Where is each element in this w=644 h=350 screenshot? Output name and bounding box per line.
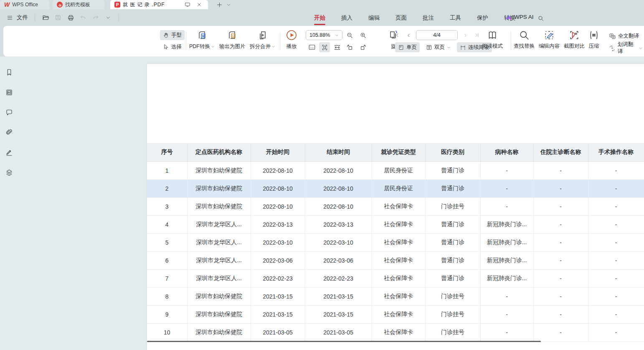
double-page-icon <box>426 44 432 51</box>
document-workspace: 序号定点医药机构名称开始时间结束时间就诊凭证类型医疗类别病种名称住院主诊断名称手… <box>0 56 644 350</box>
table-row[interactable]: 7深圳市龙华区人...2022-02-232022-02-23社会保障卡普通门诊… <box>147 269 644 287</box>
find-replace-button[interactable]: 查找替换 <box>514 30 535 50</box>
folder-open-icon[interactable] <box>40 13 51 23</box>
table-cell: 社会保障卡 <box>372 287 425 305</box>
table-cell: 深圳市龙华区人... <box>187 269 251 287</box>
print-icon[interactable] <box>65 13 76 23</box>
menu-item[interactable]: 批注 <box>417 13 440 23</box>
table-cell: 8 <box>147 287 187 305</box>
table-cell: 3 <box>147 197 187 215</box>
pdf-page[interactable]: 序号定点医药机构名称开始时间结束时间就诊凭证类型医疗类别病种名称住院主诊断名称手… <box>147 64 644 350</box>
undo-icon[interactable] <box>78 13 89 23</box>
hamburger-icon[interactable] <box>4 13 15 23</box>
menu-item[interactable]: 编辑 <box>363 13 385 23</box>
thumbnail-icon[interactable] <box>3 87 15 98</box>
pdf-convert-button[interactable]: PDF转换 <box>189 30 215 50</box>
table-row[interactable]: 6深圳市龙华区人...2022-03-062022-03-06社会保障卡普通门诊… <box>147 251 644 269</box>
export-image-button[interactable]: 输出为图片 <box>219 30 246 50</box>
page-number-input[interactable] <box>416 30 458 40</box>
table-horizontal-scrollbar[interactable] <box>147 341 541 342</box>
table-row[interactable]: 10深圳市妇幼保健院2021-03-052021-03-05社会保障卡门诊挂号-… <box>147 323 644 341</box>
last-page-icon[interactable] <box>473 30 481 40</box>
table-row[interactable]: 8深圳市妇幼保健院2021-03-152021-03-15社会保障卡门诊挂号--… <box>147 287 644 305</box>
table-cell: 2021-03-05 <box>251 323 305 341</box>
new-tab-plus-icon[interactable] <box>215 0 224 9</box>
fit-width-button[interactable] <box>332 42 342 52</box>
previous-page-icon[interactable] <box>404 30 413 40</box>
table-cell: 门诊挂号 <box>425 197 480 215</box>
table-cell: - <box>480 161 533 179</box>
signature-pen-icon[interactable] <box>3 147 15 158</box>
table-cell: - <box>588 215 644 233</box>
export-image-icon <box>227 30 238 41</box>
toolbar: 手型 选择 PDF转换 输出为图片 拆分合并 播放 105.88% <box>3 26 644 56</box>
table-cell: 2022-03-06 <box>251 251 305 269</box>
table-row[interactable]: 4深圳市龙华区人...2022-03-132022-03-13社会保障卡普通门诊… <box>147 215 644 233</box>
play-label: 播放 <box>287 43 297 50</box>
play-button[interactable]: 播放 <box>286 29 297 50</box>
cursor-icon <box>163 44 169 50</box>
chevron-down-icon <box>447 46 451 49</box>
select-tool-button[interactable]: 选择 <box>160 42 185 52</box>
rotate-right-icon[interactable] <box>357 42 368 52</box>
screenshot-compare-button[interactable]: 截图对比 <box>564 30 585 50</box>
edit-content-button[interactable]: 编辑内容 <box>539 30 560 50</box>
hand-tool-button[interactable]: 手型 <box>160 30 185 40</box>
wps-ai-button[interactable]: WPS AI <box>505 14 534 20</box>
fit-page-button[interactable] <box>319 42 330 52</box>
zoom-out-icon[interactable] <box>344 30 355 40</box>
table-cell: 门诊挂号 <box>425 287 480 305</box>
table-cell: 7 <box>147 269 187 287</box>
bookmark-icon[interactable] <box>3 66 15 78</box>
single-page-button[interactable]: 单页 <box>395 42 420 52</box>
tab-list-chevron-down-icon[interactable] <box>224 0 233 9</box>
read-mode-button[interactable]: 阅读模式 <box>482 30 503 50</box>
actual-size-button[interactable]: 1:1 <box>307 42 317 52</box>
full-translate-button[interactable]: A 全文翻译 <box>607 31 641 41</box>
layers-icon[interactable] <box>3 167 15 179</box>
redo-icon[interactable] <box>90 13 101 23</box>
menu-item[interactable]: 页面 <box>390 13 413 23</box>
table-cell: 5 <box>147 233 187 251</box>
comment-icon[interactable] <box>3 107 15 118</box>
quickbar-chevron-down-icon[interactable] <box>103 13 114 23</box>
table-cell: 深圳市龙华区人... <box>187 251 251 269</box>
chevron-down-icon <box>335 33 339 37</box>
split-merge-button[interactable]: 拆分合并 <box>250 30 275 50</box>
double-page-button[interactable]: 双页 <box>423 42 454 52</box>
compress-button[interactable]: 压缩 <box>588 30 599 50</box>
save-icon[interactable] <box>53 13 63 23</box>
first-page-icon[interactable] <box>393 30 401 40</box>
table-cell: - <box>533 233 588 251</box>
tab-docer-templates[interactable]: 找稻壳模板 <box>53 0 104 9</box>
rotate-left-icon[interactable] <box>344 42 355 52</box>
table-row[interactable]: 3深圳市妇幼保健院2022-08-102022-08-10社会保障卡门诊挂号--… <box>147 197 644 215</box>
word-translate-button[interactable]: A 划词翻译 <box>607 43 644 53</box>
zoom-level-select[interactable]: 105.88% <box>306 30 342 40</box>
file-menu-button[interactable]: 文件 <box>17 14 28 21</box>
menu-item[interactable]: 工具 <box>444 13 467 23</box>
table-header-cell: 病种名称 <box>480 143 533 161</box>
table-row[interactable]: 1深圳市妇幼保健院2022-08-102022-08-10居民身份证普通门诊--… <box>147 161 644 179</box>
menu-item[interactable]: 插入 <box>335 13 358 23</box>
monitor-icon[interactable] <box>183 0 192 9</box>
menu-item[interactable]: 保护 <box>471 13 494 23</box>
menu-item[interactable]: 开始 <box>308 13 331 23</box>
menubar: 文件 开始插入编辑页面批注工具保护转换 WPS AI <box>0 9 644 26</box>
table-row[interactable]: 5深圳市龙华区人...2022-03-102022-03-10社会保障卡普通门诊… <box>147 233 644 251</box>
chevron-down-icon <box>211 45 215 49</box>
table-cell: 居民身份证 <box>372 161 425 179</box>
table-header-cell: 定点医药机构名称 <box>187 143 251 161</box>
table-cell: 深圳市妇幼保健院 <box>187 287 251 305</box>
tab-document-pdf[interactable]: P 就 医 记 录 .PDF <box>110 0 208 9</box>
table-row[interactable]: 2深圳市妇幼保健院2022-08-102022-08-10居民身份证普通门诊--… <box>147 179 644 197</box>
menu-search-icon[interactable] <box>535 13 546 23</box>
next-page-icon[interactable] <box>461 30 469 40</box>
tab-wps-office[interactable]: W WPS Office <box>0 0 49 9</box>
table-row[interactable]: 9深圳市妇幼保健院2021-03-152021-03-15社会保障卡门诊挂号--… <box>147 305 644 323</box>
close-icon[interactable] <box>195 0 204 9</box>
table-cell: - <box>588 269 644 287</box>
attachment-icon[interactable] <box>3 127 15 138</box>
table-cell: 10 <box>147 323 187 341</box>
zoom-in-icon[interactable] <box>357 30 368 40</box>
